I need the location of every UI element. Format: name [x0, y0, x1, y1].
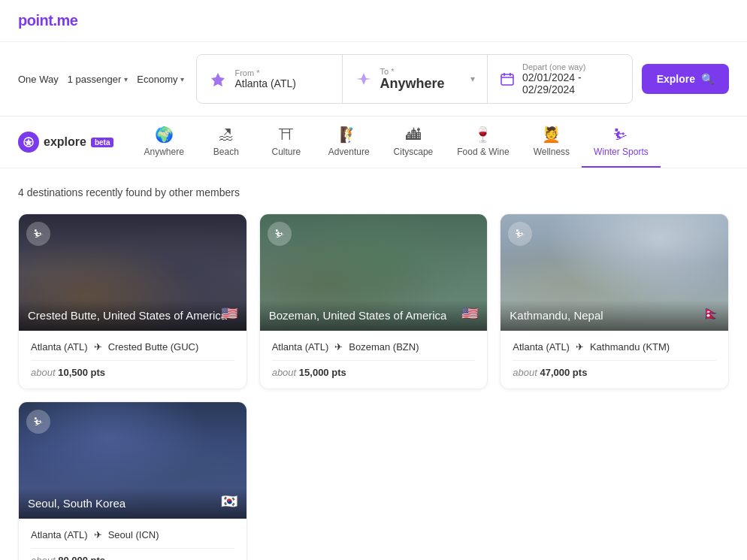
- plane-icon: ✈: [334, 341, 343, 353]
- plane-icon: ✈: [94, 529, 102, 540]
- chevron-down-icon: ▾: [470, 74, 475, 84]
- cityscape-icon: 🏙: [406, 126, 421, 144]
- calendar-icon: [500, 70, 515, 88]
- cabin-class-selector[interactable]: Economy ▾: [137, 74, 184, 85]
- destination-route: Atlanta (ATL) ✈ Bozeman (BZN): [272, 341, 476, 361]
- destination-overlay: Bozeman, United States of America: [260, 300, 488, 331]
- depart-field[interactable]: Depart (one way) 02/01/2024 - 02/29/2024: [488, 55, 632, 103]
- destination-route: Atlanta (ATL) ✈ Crested Butte (GUC): [31, 341, 234, 361]
- ski-icon: ⛷: [26, 410, 50, 434]
- destination-card-crested-butte[interactable]: ⛷ Crested Butte, United States of Americ…: [18, 213, 247, 389]
- from-field-content: From * Atlanta (ATL): [234, 68, 295, 89]
- main-content: 4 destinations recently found by other m…: [0, 168, 747, 560]
- tab-food-wine-label: Food & Wine: [457, 147, 509, 157]
- search-bar: One Way 1 passenger ▾ Economy ▾ From * A…: [0, 42, 747, 117]
- chevron-down-icon: ▾: [124, 75, 128, 83]
- tab-anywhere-label: Anywhere: [144, 147, 183, 157]
- destination-name: Kathmandu, Nepal: [510, 309, 719, 322]
- chevron-down-icon: ▾: [180, 75, 184, 83]
- svg-rect-1: [501, 74, 513, 85]
- food-wine-icon: 🍷: [473, 126, 492, 144]
- destination-overlay: Seoul, South Korea: [19, 488, 246, 519]
- tab-winter-sports-label: Winter Sports: [594, 147, 649, 157]
- tab-beach[interactable]: 🏖 Beach: [196, 117, 256, 168]
- destination-name: Seoul, South Korea: [28, 497, 237, 510]
- tab-adventure-label: Adventure: [328, 147, 370, 157]
- wellness-icon: 💆: [542, 126, 561, 144]
- destination-name: Crested Butte, United States of America: [28, 309, 237, 322]
- destination-points: about 80,000 pts: [31, 555, 234, 560]
- tab-winter-sports[interactable]: ⛷ Winter Sports: [582, 117, 661, 168]
- destination-flag: 🇺🇸: [461, 305, 478, 322]
- depart-field-content: Depart (one way) 02/01/2024 - 02/29/2024: [522, 62, 620, 95]
- beach-icon: 🏖: [219, 126, 234, 144]
- destination-name: Bozeman, United States of America: [269, 309, 479, 322]
- destinations-grid-row2: ⛷ Seoul, South Korea 🇰🇷 Atlanta (ATL) ✈ …: [18, 401, 729, 560]
- tab-beach-label: Beach: [213, 147, 239, 157]
- to-field-content: To * Anywhere: [380, 67, 445, 92]
- trip-type-selector[interactable]: One Way: [18, 74, 59, 85]
- destination-image: ⛷ Kathmandu, Nepal 🇳🇵: [501, 214, 728, 331]
- tab-anywhere[interactable]: 🌍 Anywhere: [132, 117, 195, 168]
- destination-image: ⛷ Bozeman, United States of America 🇺🇸: [260, 214, 488, 331]
- explore-brand: explore beta: [18, 120, 113, 165]
- plane-icon: ✈: [576, 341, 584, 353]
- ski-icon: ⛷: [508, 222, 532, 246]
- tab-culture-label: Culture: [272, 147, 301, 157]
- destination-points: about 10,500 pts: [31, 367, 234, 378]
- destination-route: Atlanta (ATL) ✈ Seoul (ICN): [31, 529, 234, 549]
- destinations-grid: ⛷ Crested Butte, United States of Americ…: [18, 213, 729, 389]
- destination-flag: 🇰🇷: [221, 493, 237, 510]
- destination-info: Atlanta (ATL) ✈ Seoul (ICN) about 80,000…: [19, 519, 246, 560]
- search-icon: 🔍: [701, 73, 714, 85]
- destination-overlay: Kathmandu, Nepal: [501, 300, 728, 331]
- destination-card-bozeman[interactable]: ⛷ Bozeman, United States of America 🇺🇸 A…: [259, 213, 488, 389]
- tab-cityscape-label: Cityscape: [394, 147, 434, 157]
- destination-points: about 47,000 pts: [513, 367, 716, 378]
- nav-tabs: explore beta 🌍 Anywhere 🏖 Beach ⛩ Cultur…: [0, 117, 747, 168]
- ski-icon: ⛷: [268, 222, 292, 246]
- tab-cityscape[interactable]: 🏙 Cityscape: [382, 117, 446, 168]
- search-fields: From * Atlanta (ATL) To * Anywhere ▾: [196, 54, 632, 104]
- destination-route: Atlanta (ATL) ✈ Kathmandu (KTM): [513, 341, 716, 361]
- destination-flag: 🇳🇵: [703, 305, 719, 322]
- explore-logo-icon: [18, 132, 39, 153]
- destination-image: ⛷ Crested Butte, United States of Americ…: [19, 214, 246, 331]
- from-field[interactable]: From * Atlanta (ATL): [197, 55, 342, 103]
- explore-button[interactable]: Explore 🔍: [642, 64, 729, 94]
- plane-icon: ✈: [94, 341, 102, 353]
- tab-adventure[interactable]: 🧗 Adventure: [316, 117, 382, 168]
- winter-sports-icon: ⛷: [613, 126, 628, 144]
- to-field[interactable]: To * Anywhere ▾: [343, 55, 488, 103]
- destination-card-seoul[interactable]: ⛷ Seoul, South Korea 🇰🇷 Atlanta (ATL) ✈ …: [18, 401, 247, 560]
- tab-wellness-label: Wellness: [534, 147, 570, 157]
- trip-options: One Way 1 passenger ▾ Economy ▾: [18, 74, 184, 85]
- destination-overlay: Crested Butte, United States of America: [19, 300, 246, 331]
- from-icon: [209, 70, 227, 88]
- destination-points: about 15,000 pts: [272, 367, 476, 378]
- destination-info: Atlanta (ATL) ✈ Crested Butte (GUC) abou…: [19, 331, 246, 389]
- adventure-icon: 🧗: [340, 126, 358, 144]
- logo[interactable]: point.me: [18, 12, 77, 29]
- header: point.me: [0, 0, 747, 42]
- tab-food-wine[interactable]: 🍷 Food & Wine: [445, 117, 521, 168]
- destination-flag: 🇺🇸: [221, 305, 237, 322]
- destination-info: Atlanta (ATL) ✈ Bozeman (BZN) about 15,0…: [260, 331, 488, 389]
- ski-icon: ⛷: [26, 222, 50, 246]
- anywhere-icon: 🌍: [155, 126, 174, 144]
- logo-text: point.me: [18, 12, 77, 29]
- tab-wellness[interactable]: 💆 Wellness: [522, 117, 582, 168]
- results-subtitle: 4 destinations recently found by other m…: [18, 186, 729, 198]
- destination-card-kathmandu[interactable]: ⛷ Kathmandu, Nepal 🇳🇵 Atlanta (ATL) ✈ Ka…: [500, 213, 729, 389]
- culture-icon: ⛩: [279, 126, 294, 144]
- tab-culture[interactable]: ⛩ Culture: [256, 117, 316, 168]
- to-icon: [355, 70, 373, 88]
- destination-info: Atlanta (ATL) ✈ Kathmandu (KTM) about 47…: [501, 331, 728, 389]
- passengers-selector[interactable]: 1 passenger ▾: [68, 74, 129, 85]
- svg-marker-0: [211, 73, 225, 86]
- destination-image: ⛷ Seoul, South Korea 🇰🇷: [19, 402, 246, 519]
